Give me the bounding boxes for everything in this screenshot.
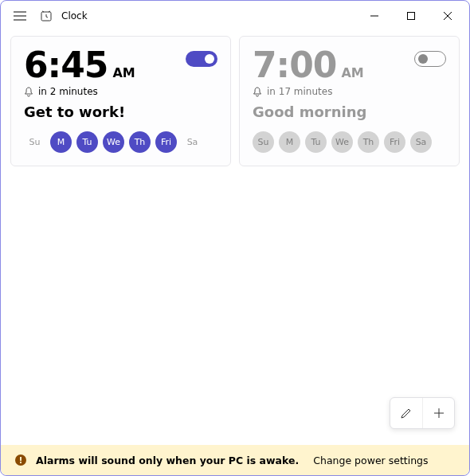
alarm-days: Su M Tu We Th Fri Sa [24, 131, 217, 153]
alarm-card[interactable]: 6:45 AM in 2 minutes Get to work! Su M T… [10, 36, 231, 166]
info-bar: ! Alarms will sound only when your PC is… [1, 445, 469, 475]
plus-icon [433, 407, 445, 419]
day-sa[interactable]: Sa [410, 131, 432, 153]
day-tu[interactable]: Tu [76, 131, 98, 153]
alarm-ampm: AM [112, 65, 135, 80]
bell-icon [24, 87, 33, 97]
nav-button[interactable] [4, 2, 36, 30]
day-su[interactable]: Su [253, 131, 274, 153]
info-message: Alarms will sound only when your PC is a… [36, 455, 299, 466]
alarm-status: in 2 minutes [38, 86, 98, 97]
day-th[interactable]: Th [129, 131, 151, 153]
close-icon [444, 12, 452, 20]
window-controls [356, 3, 466, 29]
app-icon [39, 9, 53, 23]
day-sa[interactable]: Sa [182, 131, 203, 153]
alarms-grid: 6:45 AM in 2 minutes Get to work! Su M T… [1, 31, 469, 166]
close-button[interactable] [429, 3, 466, 29]
alarm-label: Get to work! [24, 103, 186, 120]
alarm-ampm: AM [341, 65, 363, 80]
svg-rect-1 [408, 13, 415, 20]
alarm-card[interactable]: 7:00 AM in 17 minutes Good morning Su M … [239, 36, 460, 166]
day-su[interactable]: Su [24, 131, 45, 153]
alarm-status: in 17 minutes [267, 86, 332, 97]
day-tu[interactable]: Tu [305, 131, 327, 153]
hamburger-icon [14, 11, 26, 21]
alarm-time: 7:00 [253, 48, 336, 83]
maximize-icon [407, 12, 415, 20]
alarm-toggle[interactable] [414, 51, 446, 67]
day-th[interactable]: Th [358, 131, 379, 153]
day-fr[interactable]: Fri [384, 131, 405, 153]
minimize-icon [370, 12, 378, 20]
alarm-days: Su M Tu We Th Fri Sa [253, 131, 446, 153]
titlebar: Clock [1, 1, 469, 31]
bell-icon [253, 87, 262, 97]
edit-button[interactable] [390, 398, 422, 428]
pencil-icon [400, 407, 413, 419]
day-we[interactable]: We [331, 131, 353, 153]
power-settings-link[interactable]: Change power settings [313, 455, 428, 466]
day-fr[interactable]: Fri [155, 131, 177, 153]
minimize-button[interactable] [356, 3, 393, 29]
action-bar [390, 397, 455, 429]
alarm-label: Good morning [253, 103, 414, 120]
alarm-time: 6:45 [24, 48, 108, 83]
day-we[interactable]: We [103, 131, 124, 153]
day-mo[interactable]: M [50, 131, 72, 153]
maximize-button[interactable] [393, 3, 429, 29]
alarm-toggle[interactable] [186, 51, 217, 67]
day-mo[interactable]: M [279, 131, 300, 153]
add-button[interactable] [422, 398, 454, 428]
warning-icon: ! [15, 455, 26, 466]
app-title: Clock [61, 10, 88, 21]
